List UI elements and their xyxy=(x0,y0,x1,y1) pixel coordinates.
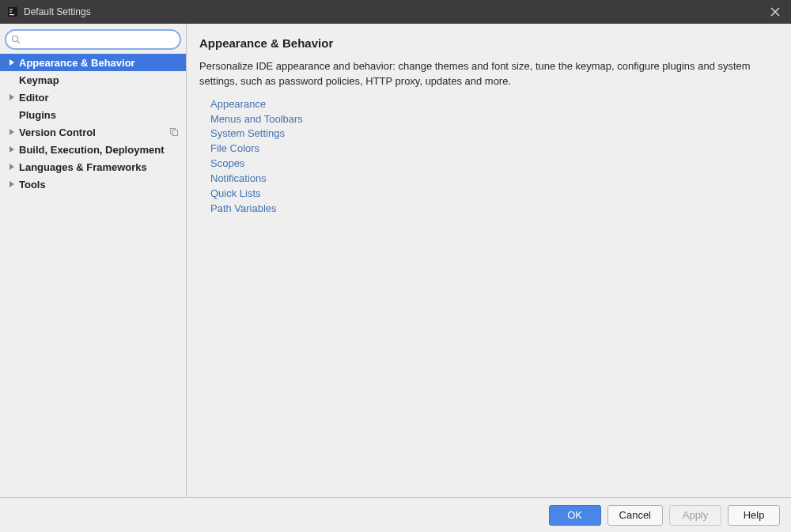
content-panel: Appearance & Behavior Personalize IDE ap… xyxy=(187,24,791,497)
sidebar-item-label: Plugins xyxy=(19,109,56,121)
subpage-link-path-variables[interactable]: Path Variables xyxy=(210,202,778,217)
svg-rect-0 xyxy=(8,7,17,17)
sidebar-item-label: Version Control xyxy=(19,126,96,138)
apply-button[interactable]: Apply xyxy=(669,505,721,526)
sidebar-item-label: Languages & Frameworks xyxy=(19,161,147,173)
subpage-link-notifications[interactable]: Notifications xyxy=(210,172,778,187)
expand-arrow-icon xyxy=(8,128,16,136)
page-description: Personalize IDE appearance and behavior:… xyxy=(199,59,778,89)
cancel-button[interactable]: Cancel xyxy=(607,505,663,526)
sidebar-item-build-execution-deployment[interactable]: Build, Execution, Deployment xyxy=(0,141,186,158)
sidebar: Appearance & BehaviorKeymapEditorPlugins… xyxy=(0,24,187,497)
subpage-link-menus-and-toolbars[interactable]: Menus and Toolbars xyxy=(210,112,778,127)
sidebar-item-plugins[interactable]: Plugins xyxy=(0,106,186,123)
svg-point-6 xyxy=(13,36,18,42)
dialog-footer: OK Cancel Apply Help xyxy=(0,497,791,532)
svg-marker-17 xyxy=(9,181,14,187)
svg-marker-16 xyxy=(9,164,14,170)
subpage-link-scopes[interactable]: Scopes xyxy=(210,157,778,172)
svg-rect-1 xyxy=(9,9,13,10)
sidebar-item-label: Keymap xyxy=(19,74,59,86)
dialog-body: Appearance & BehaviorKeymapEditorPlugins… xyxy=(0,24,791,497)
sidebar-item-editor[interactable]: Editor xyxy=(0,89,186,106)
expand-arrow-icon xyxy=(8,93,16,101)
sidebar-item-version-control[interactable]: Version Control xyxy=(0,123,186,141)
sidebar-item-label: Editor xyxy=(19,92,49,104)
svg-marker-8 xyxy=(9,59,14,66)
sidebar-item-appearance-behavior[interactable]: Appearance & Behavior xyxy=(0,54,186,71)
page-title: Appearance & Behavior xyxy=(199,36,778,50)
search-wrapper xyxy=(0,27,186,54)
ok-button[interactable]: OK xyxy=(549,505,601,526)
sidebar-item-label: Appearance & Behavior xyxy=(19,57,135,69)
sidebar-item-label: Tools xyxy=(19,179,46,191)
expand-arrow-icon xyxy=(8,163,16,171)
help-button[interactable]: Help xyxy=(728,505,780,526)
svg-marker-10 xyxy=(9,94,14,100)
subpage-link-file-colors[interactable]: File Colors xyxy=(210,141,778,157)
app-icon xyxy=(6,6,19,18)
expand-arrow-icon xyxy=(8,58,16,66)
sidebar-item-languages-frameworks[interactable]: Languages & Frameworks xyxy=(0,158,186,175)
subpage-link-appearance[interactable]: Appearance xyxy=(210,97,778,112)
svg-rect-2 xyxy=(9,11,12,13)
sidebar-item-keymap[interactable]: Keymap xyxy=(0,71,186,89)
svg-marker-15 xyxy=(9,146,14,153)
subpage-link-system-settings[interactable]: System Settings xyxy=(210,126,778,141)
subpage-link-quick-lists[interactable]: Quick Lists xyxy=(210,187,778,202)
sidebar-item-tools[interactable]: Tools xyxy=(0,175,186,193)
search-input[interactable] xyxy=(24,34,173,46)
close-icon[interactable] xyxy=(766,2,785,21)
title-bar: Default Settings xyxy=(0,0,791,24)
copy-icon xyxy=(168,126,180,138)
expand-arrow-icon xyxy=(8,145,16,153)
svg-rect-14 xyxy=(173,130,178,136)
search-box[interactable] xyxy=(5,29,181,50)
sublinks: AppearanceMenus and ToolbarsSystem Setti… xyxy=(199,97,778,217)
expand-arrow-icon xyxy=(8,180,16,188)
svg-line-7 xyxy=(17,41,20,43)
window-title: Default Settings xyxy=(24,6,766,17)
settings-tree: Appearance & BehaviorKeymapEditorPlugins… xyxy=(0,54,186,497)
search-icon xyxy=(11,34,21,45)
svg-rect-3 xyxy=(9,14,14,15)
svg-marker-12 xyxy=(9,129,14,135)
sidebar-item-label: Build, Execution, Deployment xyxy=(19,144,164,156)
